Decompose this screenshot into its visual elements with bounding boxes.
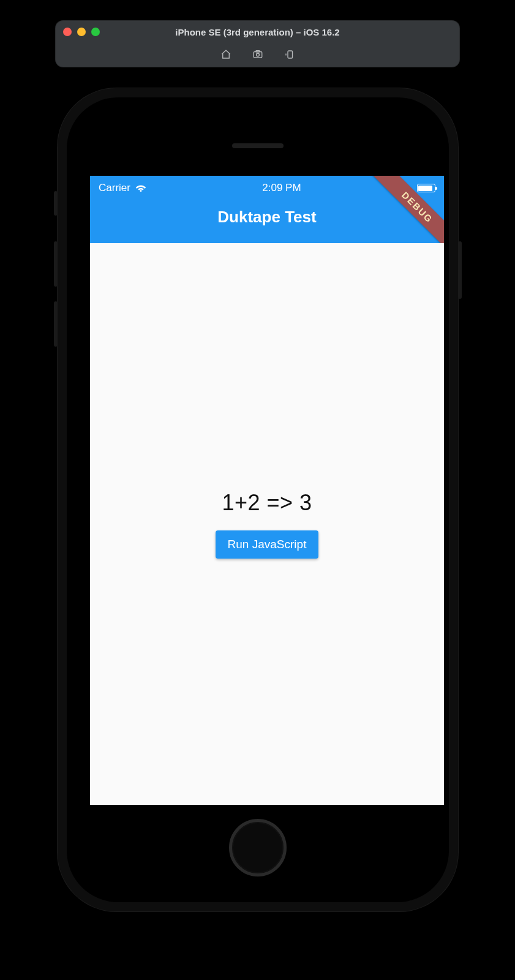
device-bezel: Carrier 2:09 PM Duktape Test DEBUG 1+2 =… <box>67 97 449 902</box>
home-icon[interactable] <box>220 49 231 60</box>
carrier-label: Carrier <box>99 182 130 194</box>
app-body: 1+2 => 3 Run JavaScript <box>90 243 444 805</box>
app-screen: Carrier 2:09 PM Duktape Test DEBUG 1+2 =… <box>90 176 444 805</box>
svg-rect-3 <box>288 51 293 58</box>
earpiece <box>232 143 284 148</box>
app-title: Duktape Test <box>90 200 444 225</box>
volume-up-button[interactable] <box>54 241 58 287</box>
simulator-toolbar <box>56 43 459 66</box>
svg-rect-2 <box>256 51 260 52</box>
volume-down-button[interactable] <box>54 301 58 347</box>
result-label: 1+2 => 3 <box>222 490 312 516</box>
battery-icon <box>417 184 435 192</box>
status-left: Carrier <box>99 182 146 194</box>
svg-rect-0 <box>254 52 262 58</box>
rotate-icon[interactable] <box>284 49 295 60</box>
mute-switch[interactable] <box>54 191 58 216</box>
app-header: Carrier 2:09 PM Duktape Test DEBUG <box>90 176 444 243</box>
svg-point-1 <box>256 53 259 56</box>
status-right <box>417 184 435 192</box>
device-frame: Carrier 2:09 PM Duktape Test DEBUG 1+2 =… <box>58 88 458 911</box>
simulator-title: iPhone SE (3rd generation) – iOS 16.2 <box>63 27 452 37</box>
simulator-titlebar: iPhone SE (3rd generation) – iOS 16.2 <box>56 21 459 67</box>
simulator-titlebar-row: iPhone SE (3rd generation) – iOS 16.2 <box>56 21 459 43</box>
wifi-icon <box>135 183 146 194</box>
power-button[interactable] <box>458 241 462 299</box>
run-javascript-button[interactable]: Run JavaScript <box>216 530 319 559</box>
screenshot-icon[interactable] <box>252 49 263 60</box>
home-button[interactable] <box>229 819 287 876</box>
clock: 2:09 PM <box>262 182 301 194</box>
